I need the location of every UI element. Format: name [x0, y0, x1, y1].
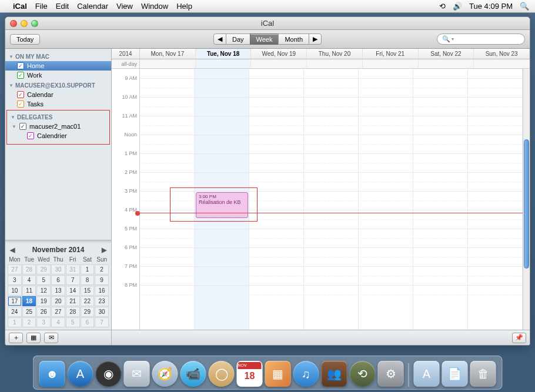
- dock-mail-icon[interactable]: ✉: [124, 361, 150, 387]
- dock-ical-icon[interactable]: NOV 18: [237, 361, 263, 387]
- day-column[interactable]: [249, 69, 304, 330]
- next-button[interactable]: ▶: [309, 33, 322, 45]
- dock-photobooth-icon[interactable]: ▦: [265, 361, 291, 387]
- day-view-button[interactable]: Day: [226, 33, 250, 45]
- allday-slot[interactable]: [363, 59, 419, 68]
- mini-day[interactable]: 4: [22, 275, 36, 285]
- calendar-checkbox[interactable]: ✓: [17, 91, 24, 98]
- calendar-item[interactable]: ✓Tasks: [5, 99, 111, 109]
- pin-button[interactable]: 📌: [512, 333, 526, 343]
- allday-slot[interactable]: [196, 59, 252, 68]
- search-input[interactable]: [454, 36, 513, 43]
- timemachine-icon[interactable]: ⟲: [439, 2, 446, 11]
- mini-day[interactable]: 5: [36, 275, 51, 285]
- search-field[interactable]: 🔍 ▾: [437, 33, 525, 45]
- dock-finder-icon[interactable]: ☻: [39, 361, 65, 387]
- prev-button[interactable]: ◀: [213, 33, 226, 45]
- mini-day[interactable]: 3: [36, 317, 51, 327]
- calendar-item[interactable]: ✓Calendar: [5, 90, 111, 99]
- day-header[interactable]: Thu, Nov 20: [307, 49, 363, 59]
- dock-safari-icon[interactable]: 🧭: [152, 361, 178, 387]
- day-column[interactable]: [468, 69, 523, 330]
- mini-day[interactable]: 4: [51, 317, 65, 327]
- dock-dashboard-icon[interactable]: ◉: [96, 361, 122, 387]
- mini-day[interactable]: 9: [95, 275, 109, 285]
- day-header[interactable]: Wed, Nov 19: [251, 49, 307, 59]
- day-column[interactable]: [140, 69, 195, 330]
- mini-day[interactable]: 7: [95, 317, 109, 327]
- menu-calendar[interactable]: Calendar: [77, 2, 108, 11]
- mini-day[interactable]: 20: [51, 296, 65, 306]
- mini-day[interactable]: 7: [66, 275, 80, 285]
- mini-day[interactable]: 22: [81, 296, 95, 306]
- mini-day[interactable]: 29: [81, 307, 95, 317]
- mini-day[interactable]: 28: [66, 307, 80, 317]
- menu-help[interactable]: Help: [176, 2, 192, 11]
- mini-day[interactable]: 21: [66, 296, 80, 306]
- calendar-event[interactable]: 3:00 PMRéalisation de KB: [196, 192, 248, 218]
- day-column[interactable]: [413, 69, 468, 330]
- mini-day[interactable]: 5: [66, 317, 80, 327]
- mini-day[interactable]: 6: [81, 317, 95, 327]
- mini-prev-button[interactable]: ◀: [10, 246, 15, 254]
- sidebar-group-header[interactable]: ▼DELEGATES: [7, 112, 109, 122]
- mini-day[interactable]: 2: [95, 264, 109, 274]
- dock-facetime-icon[interactable]: 📹: [180, 361, 206, 387]
- mini-day[interactable]: 10: [8, 286, 22, 296]
- dock-documents-icon[interactable]: 📄: [442, 361, 468, 387]
- mini-day[interactable]: 16: [95, 286, 109, 296]
- mini-day[interactable]: 17: [8, 296, 22, 306]
- calendar-item[interactable]: ✓Work: [5, 71, 111, 80]
- dock-sysprefs-icon[interactable]: ⚙: [378, 361, 404, 387]
- mini-day[interactable]: 31: [66, 264, 80, 274]
- day-header[interactable]: Tue, Nov 18: [196, 49, 252, 59]
- allday-slot[interactable]: [419, 59, 474, 68]
- calendar-item[interactable]: ✓Calendrier: [7, 131, 109, 140]
- mini-day[interactable]: 14: [66, 286, 80, 296]
- dock-itunes-icon[interactable]: ♫: [293, 361, 319, 387]
- add-button[interactable]: ＋: [9, 333, 23, 343]
- calendar-checkbox[interactable]: ✓: [19, 123, 26, 130]
- zoom-button[interactable]: [31, 20, 38, 27]
- menu-window[interactable]: Window: [141, 2, 168, 11]
- vertical-scrollbar[interactable]: [523, 69, 530, 330]
- volume-icon[interactable]: 🔊: [453, 2, 462, 11]
- mini-day[interactable]: 24: [8, 307, 22, 317]
- mini-day[interactable]: 11: [22, 286, 36, 296]
- mini-day[interactable]: 12: [36, 286, 51, 296]
- disclosure-icon[interactable]: ▼: [12, 124, 16, 129]
- mini-day[interactable]: 29: [36, 264, 51, 274]
- calendar-item[interactable]: ▼✓macuser2_mac01: [7, 122, 109, 131]
- today-button[interactable]: Today: [10, 34, 40, 45]
- dock-timemachine-icon[interactable]: ⟲: [350, 361, 376, 387]
- mini-day[interactable]: 3: [8, 275, 22, 285]
- dock-generic-icon[interactable]: ◯: [209, 361, 235, 387]
- mini-day[interactable]: 27: [51, 307, 65, 317]
- mini-day[interactable]: 1: [81, 264, 95, 274]
- mini-day[interactable]: 30: [51, 264, 65, 274]
- app-menu[interactable]: iCal: [13, 2, 27, 11]
- calendar-checkbox[interactable]: ✓: [17, 72, 24, 79]
- window-titlebar[interactable]: iCal: [5, 17, 530, 30]
- mini-day[interactable]: 6: [51, 275, 65, 285]
- sidebar-group-header[interactable]: ▼MACUSER@EX10.SUPPORT: [5, 80, 111, 90]
- mail-button[interactable]: ✉: [44, 333, 58, 343]
- day-header[interactable]: Fri, Nov 21: [363, 49, 419, 59]
- day-header[interactable]: Sun, Nov 23: [474, 49, 530, 59]
- dock-trash-icon[interactable]: 🗑: [470, 361, 496, 387]
- menu-file[interactable]: File: [35, 2, 48, 11]
- day-column[interactable]: [359, 69, 413, 330]
- month-view-button[interactable]: Month: [278, 33, 309, 45]
- mini-day[interactable]: 18: [22, 296, 36, 306]
- menu-view[interactable]: View: [116, 2, 133, 11]
- day-column[interactable]: [304, 69, 359, 330]
- mini-day[interactable]: 1: [8, 317, 22, 327]
- dock-contacts-icon[interactable]: 👥: [322, 361, 347, 387]
- calendar-item[interactable]: ✓Home: [5, 61, 111, 71]
- mini-day[interactable]: 30: [95, 307, 109, 317]
- menu-edit[interactable]: Edit: [56, 2, 69, 11]
- mini-day[interactable]: 27: [8, 264, 22, 274]
- scrollbar-thumb[interactable]: [524, 139, 529, 269]
- week-view-button[interactable]: Week: [250, 33, 279, 45]
- calendar-checkbox[interactable]: ✓: [17, 62, 24, 69]
